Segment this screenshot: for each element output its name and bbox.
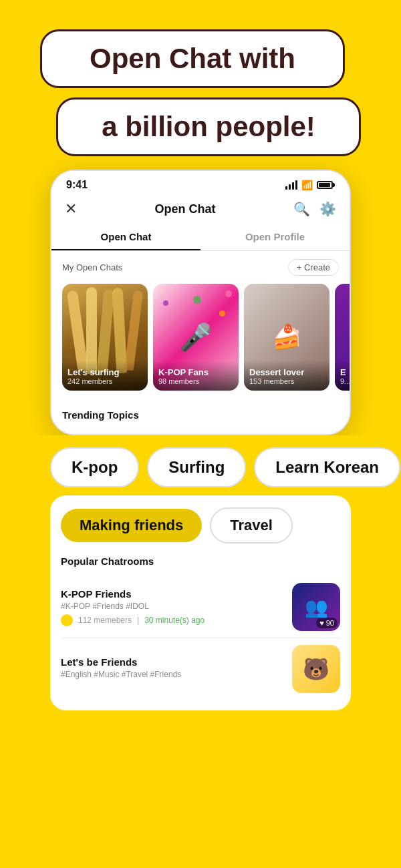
chat-card-members: 98 members xyxy=(158,377,233,385)
chatroom-thumbnail: 👥 ♥ 90 xyxy=(292,583,340,631)
list-item[interactable]: Let's surfing 242 members xyxy=(62,284,148,391)
settings-icon[interactable]: ⚙️ xyxy=(319,201,336,217)
chatroom-info: Let's be Friends #English #Music #Travel… xyxy=(61,656,284,682)
chat-card-overlay: Dessert lover 153 members xyxy=(244,361,329,391)
chat-card-title: Dessert lover xyxy=(249,367,324,377)
pills-outside-area: K-pop Surfing Learn Korean xyxy=(0,435,401,487)
pill-travel[interactable]: Travel xyxy=(210,507,293,544)
phone-container: 9:41 📶 ✕ Open Chat 🔍 ⚙️ xyxy=(50,170,351,435)
close-icon[interactable]: ✕ xyxy=(65,200,77,218)
chatroom-name: Let's be Friends xyxy=(61,656,284,668)
trending-section: Trending Topics xyxy=(51,400,350,434)
speech-bubble-2: a billion people! xyxy=(56,97,361,156)
members-count: 112 memebers xyxy=(78,616,132,625)
pill-surfing[interactable]: Surfing xyxy=(147,447,246,487)
chat-card-members: 153 members xyxy=(249,377,324,385)
tab-bar: Open Chat Open Profile xyxy=(51,224,350,251)
divider: | xyxy=(137,616,139,625)
search-icon[interactable]: 🔍 xyxy=(293,201,310,217)
pill-kpop[interactable]: K-pop xyxy=(50,447,139,487)
popular-title: Popular Chatrooms xyxy=(61,556,340,567)
wifi-icon: 📶 xyxy=(301,180,313,190)
chat-card-overlay: K-POP Fans 98 members xyxy=(153,361,239,391)
pill-learn-korean[interactable]: Learn Korean xyxy=(254,447,400,487)
speech-bubble-1: Open Chat with xyxy=(40,29,345,88)
chatroom-tags: #K-POP #Friends #IDOL xyxy=(61,602,284,611)
tab-open-chat[interactable]: Open Chat xyxy=(51,224,200,250)
battery-icon xyxy=(317,181,335,189)
chat-card-members: 242 members xyxy=(68,377,142,385)
avatar xyxy=(61,614,73,626)
list-item[interactable]: 🎤 K-POP Fans 98 members xyxy=(153,284,239,391)
pill-making-friends[interactable]: Making friends xyxy=(61,509,202,542)
pills-row-1: K-pop Surfing Learn Korean xyxy=(50,447,351,487)
chat-card-title: K-POP Fans xyxy=(158,367,233,377)
chat-card-overlay: Let's surfing 242 members xyxy=(62,361,148,391)
status-bar: 9:41 📶 xyxy=(51,171,350,195)
tab-open-profile[interactable]: Open Profile xyxy=(200,224,350,250)
popular-chatrooms-section: Popular Chatrooms K-POP Friends #K-POP #… xyxy=(61,556,340,700)
list-item[interactable]: 🍰 Dessert lover 153 members xyxy=(244,284,329,391)
create-button[interactable]: + Create xyxy=(288,259,339,276)
chatroom-name: K-POP Friends xyxy=(61,588,284,600)
chatroom-thumbnail: 🐻 xyxy=(292,645,340,693)
page-title: Open Chat xyxy=(154,202,215,216)
chat-card-title: Let's surfing xyxy=(68,367,142,377)
chat-card-overlay: E 9... xyxy=(335,361,350,391)
table-row[interactable]: Let's be Friends #English #Music #Travel… xyxy=(61,638,340,700)
my-open-chats-header: My Open Chats + Create xyxy=(51,251,350,281)
hero-text-1: Open Chat with xyxy=(62,43,323,74)
pills-row-2: Making friends Travel xyxy=(61,507,340,544)
chatroom-meta: 112 memebers | 30 minute(s) ago xyxy=(61,614,284,626)
chat-card-title: E xyxy=(340,367,350,377)
time-ago: 30 minute(s) ago xyxy=(144,616,205,625)
like-count: ♥ 90 xyxy=(316,618,338,628)
chatroom-info: K-POP Friends #K-POP #Friends #IDOL 112 … xyxy=(61,588,284,626)
chatroom-tags: #English #Music #Travel #Friends xyxy=(61,670,284,679)
my-open-chats-label: My Open Chats xyxy=(62,262,122,272)
chat-card-members: 9... xyxy=(340,377,350,385)
hero-section: Open Chat with a billion people! xyxy=(0,0,401,170)
header-icons: 🔍 ⚙️ xyxy=(293,201,336,217)
bottom-section: Making friends Travel Popular Chatrooms … xyxy=(0,487,401,710)
chat-cards-row: Let's surfing 242 members 🎤 K-POP Fans 9… xyxy=(51,281,350,400)
app-header: ✕ Open Chat 🔍 ⚙️ xyxy=(51,195,350,224)
signal-icon xyxy=(285,180,297,190)
list-item[interactable]: E 9... xyxy=(335,284,350,391)
trending-title: Trending Topics xyxy=(62,409,339,421)
table-row[interactable]: K-POP Friends #K-POP #Friends #IDOL 112 … xyxy=(61,576,340,638)
status-time: 9:41 xyxy=(66,179,88,191)
hero-text-2: a billion people! xyxy=(78,112,339,142)
status-icons: 📶 xyxy=(285,180,335,190)
